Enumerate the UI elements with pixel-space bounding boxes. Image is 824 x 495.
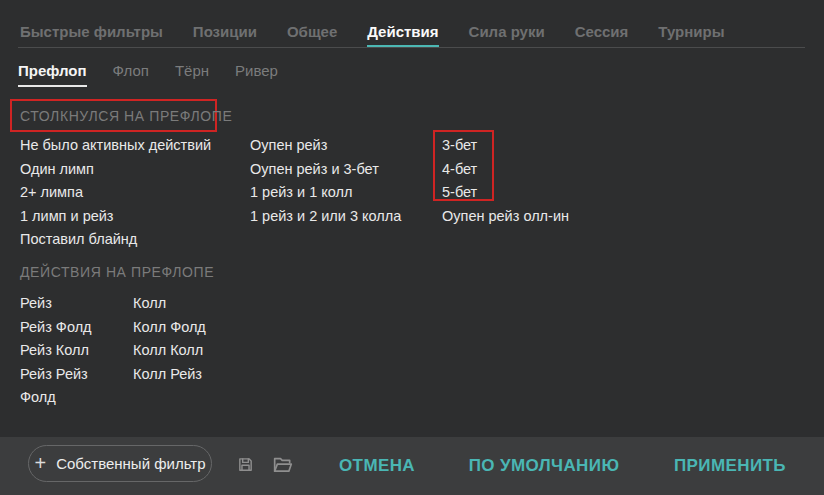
annotation-box-bets (433, 130, 494, 201)
save-icon (237, 456, 254, 473)
street-tabbar: Префлоп Флоп Тёрн Ривер (18, 62, 278, 87)
actions-preflop-column-2: Колл Колл Фолд Колл Колл Колл Рейз (133, 292, 206, 386)
annotation-box-header: СТОЛКНУЛСЯ НА ПРЕФЛОПЕ (10, 99, 217, 132)
tab-hand-strength[interactable]: Сила руки (469, 23, 545, 48)
filter-option-call[interactable]: Колл (133, 292, 206, 316)
subtab-river[interactable]: Ривер (235, 62, 278, 87)
filter-option-1-raise-1-call[interactable]: 1 рейз и 1 колл (250, 181, 401, 205)
filter-option-raise-call[interactable]: Рейз Колл (20, 339, 92, 363)
filter-option-open-raise-and-3bet[interactable]: Оупен рейз и 3-бет (250, 158, 401, 182)
filter-option-raise[interactable]: Рейз (20, 292, 92, 316)
tab-actions[interactable]: Действия (367, 23, 438, 48)
faced-preflop-column-2: Оупен рейз Оупен рейз и 3-бет 1 рейз и 1… (250, 134, 401, 228)
save-filter-button[interactable] (233, 452, 257, 476)
section-header-actions-preflop: ДЕЙСТВИЯ НА ПРЕФЛОПЕ (20, 264, 214, 280)
filter-option-2plus-limps[interactable]: 2+ лимпа (20, 181, 211, 205)
tab-general[interactable]: Общее (287, 23, 337, 48)
apply-button[interactable]: ПРИМЕНИТЬ (668, 437, 792, 495)
filter-option-call-call[interactable]: Колл Колл (133, 339, 206, 363)
main-tabbar: Быстрые фильтры Позиции Общее Действия С… (0, 0, 824, 48)
tab-quick-filters[interactable]: Быстрые фильтры (20, 23, 163, 48)
subtab-flop[interactable]: Флоп (113, 62, 149, 87)
load-filter-button[interactable] (271, 452, 295, 476)
footer-bar: + Собственный фильтр ОТМЕНА ПО УМОЛЧАНИЮ… (0, 437, 824, 495)
tabbar-separator (18, 47, 805, 48)
tab-session[interactable]: Сессия (575, 23, 629, 48)
plus-icon: + (34, 453, 46, 473)
tab-tournaments[interactable]: Турниры (658, 23, 724, 48)
default-button[interactable]: ПО УМОЛЧАНИЮ (460, 437, 628, 495)
custom-filter-button[interactable]: + Собственный фильтр (28, 445, 212, 482)
filter-option-open-raise-allin[interactable]: Оупен рейз олл-ин (442, 205, 569, 229)
filter-option-no-active-actions[interactable]: Не было активных действий (20, 134, 211, 158)
faced-preflop-column-1: Не было активных действий Один лимп 2+ л… (20, 134, 211, 252)
subtab-turn[interactable]: Тёрн (175, 62, 209, 87)
open-folder-icon (273, 456, 293, 473)
filter-option-call-raise[interactable]: Колл Рейз (133, 363, 206, 387)
custom-filter-button-label: Собственный фильтр (56, 455, 205, 472)
filter-option-raise-raise[interactable]: Рейз Рейз (20, 363, 92, 387)
filter-option-fold[interactable]: Фолд (20, 386, 92, 410)
filter-option-1-limp-and-raise[interactable]: 1 лимп и рейз (20, 205, 211, 229)
filter-option-open-raise[interactable]: Оупен рейз (250, 134, 401, 158)
actions-preflop-column-1: Рейз Рейз Фолд Рейз Колл Рейз Рейз Фолд (20, 292, 92, 410)
filter-option-call-fold[interactable]: Колл Фолд (133, 316, 206, 340)
filter-option-one-limp[interactable]: Один лимп (20, 158, 211, 182)
filter-option-posted-blind[interactable]: Поставил блайнд (20, 228, 211, 252)
filter-option-1-raise-2-or-3-calls[interactable]: 1 рейз и 2 или 3 колла (250, 205, 401, 229)
section-header-faced-preflop: СТОЛКНУЛСЯ НА ПРЕФЛОПЕ (20, 108, 232, 124)
cancel-button[interactable]: ОТМЕНА (336, 437, 418, 495)
filter-option-raise-fold[interactable]: Рейз Фолд (20, 316, 92, 340)
tab-positions[interactable]: Позиции (193, 23, 257, 48)
subtab-preflop[interactable]: Префлоп (18, 62, 87, 87)
filter-dialog: Быстрые фильтры Позиции Общее Действия С… (0, 0, 824, 495)
